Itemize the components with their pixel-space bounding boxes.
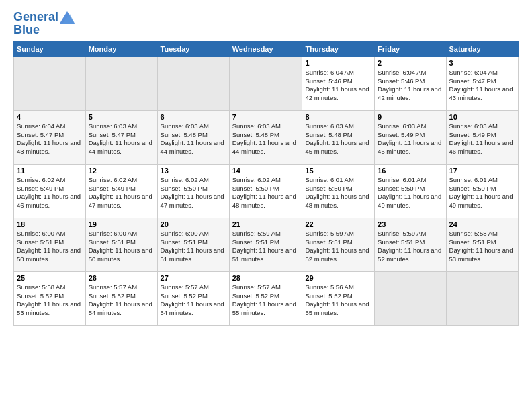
day-of-week-header: Sunday: [14, 41, 86, 56]
day-number: 20: [161, 220, 226, 228]
calendar-cell: [229, 56, 302, 110]
calendar-cell: 7Sunrise: 6:03 AM Sunset: 5:48 PM Daylig…: [229, 110, 302, 164]
calendar-cell: [14, 56, 86, 110]
calendar-week-row: 4Sunrise: 6:04 AM Sunset: 5:47 PM Daylig…: [14, 110, 519, 164]
day-number: 8: [305, 113, 371, 121]
calendar-cell: 1Sunrise: 6:04 AM Sunset: 5:46 PM Daylig…: [302, 56, 375, 110]
day-info: Sunrise: 5:56 AM Sunset: 5:52 PM Dayligh…: [305, 283, 371, 318]
calendar-cell: 3Sunrise: 6:04 AM Sunset: 5:47 PM Daylig…: [446, 56, 518, 110]
day-info: Sunrise: 5:58 AM Sunset: 5:52 PM Dayligh…: [17, 283, 83, 318]
calendar-cell: 10Sunrise: 6:03 AM Sunset: 5:49 PM Dayli…: [446, 110, 518, 164]
day-number: 6: [161, 113, 226, 121]
day-number: 16: [378, 167, 443, 175]
calendar-week-row: 1Sunrise: 6:04 AM Sunset: 5:46 PM Daylig…: [14, 56, 519, 110]
day-number: 17: [449, 167, 515, 175]
calendar-header-row: SundayMondayTuesdayWednesdayThursdayFrid…: [14, 41, 519, 56]
calendar-cell: [375, 271, 446, 325]
day-info: Sunrise: 6:01 AM Sunset: 5:50 PM Dayligh…: [449, 176, 515, 210]
day-info: Sunrise: 6:03 AM Sunset: 5:48 PM Dayligh…: [161, 122, 226, 156]
calendar-cell: 11Sunrise: 6:02 AM Sunset: 5:49 PM Dayli…: [14, 164, 86, 218]
page: General Blue SundayMondayTuesdayWednesda…: [0, 0, 532, 332]
logo-blue: Blue: [13, 23, 75, 37]
day-info: Sunrise: 6:04 AM Sunset: 5:46 PM Dayligh…: [305, 68, 371, 103]
day-info: Sunrise: 6:02 AM Sunset: 5:50 PM Dayligh…: [232, 176, 300, 210]
day-info: Sunrise: 6:03 AM Sunset: 5:48 PM Dayligh…: [232, 122, 300, 156]
day-number: 7: [232, 113, 300, 121]
day-of-week-header: Friday: [375, 41, 446, 56]
header: General Blue: [13, 11, 519, 37]
day-number: 21: [232, 220, 300, 228]
calendar-cell: 25Sunrise: 5:58 AM Sunset: 5:52 PM Dayli…: [14, 271, 86, 325]
day-number: 10: [449, 113, 515, 121]
day-info: Sunrise: 6:03 AM Sunset: 5:49 PM Dayligh…: [378, 122, 443, 156]
day-of-week-header: Wednesday: [229, 41, 302, 56]
calendar-cell: 20Sunrise: 6:00 AM Sunset: 5:51 PM Dayli…: [157, 218, 229, 271]
calendar-week-row: 11Sunrise: 6:02 AM Sunset: 5:49 PM Dayli…: [14, 164, 519, 218]
day-of-week-header: Tuesday: [157, 41, 229, 56]
day-number: 23: [378, 220, 443, 228]
calendar-cell: 28Sunrise: 5:57 AM Sunset: 5:52 PM Dayli…: [229, 271, 302, 325]
day-of-week-header: Monday: [85, 41, 157, 56]
day-info: Sunrise: 6:03 AM Sunset: 5:48 PM Dayligh…: [305, 122, 371, 156]
calendar-cell: 6Sunrise: 6:03 AM Sunset: 5:48 PM Daylig…: [157, 110, 229, 164]
day-number: 24: [449, 220, 515, 228]
day-number: 4: [17, 113, 83, 121]
day-info: Sunrise: 6:04 AM Sunset: 5:46 PM Dayligh…: [378, 68, 443, 103]
calendar-cell: 22Sunrise: 5:59 AM Sunset: 5:51 PM Dayli…: [302, 218, 375, 271]
calendar-cell: [85, 56, 157, 110]
day-info: Sunrise: 6:04 AM Sunset: 5:47 PM Dayligh…: [449, 68, 515, 103]
day-info: Sunrise: 5:59 AM Sunset: 5:51 PM Dayligh…: [378, 230, 443, 264]
day-of-week-header: Thursday: [302, 41, 375, 56]
day-info: Sunrise: 6:02 AM Sunset: 5:49 PM Dayligh…: [89, 176, 154, 210]
calendar-cell: 12Sunrise: 6:02 AM Sunset: 5:49 PM Dayli…: [85, 164, 157, 218]
day-number: 14: [232, 167, 300, 175]
calendar-cell: 15Sunrise: 6:01 AM Sunset: 5:50 PM Dayli…: [302, 164, 375, 218]
calendar-cell: 4Sunrise: 6:04 AM Sunset: 5:47 PM Daylig…: [14, 110, 86, 164]
day-number: 18: [17, 220, 83, 228]
calendar-cell: 13Sunrise: 6:02 AM Sunset: 5:50 PM Dayli…: [157, 164, 229, 218]
day-info: Sunrise: 6:00 AM Sunset: 5:51 PM Dayligh…: [161, 230, 226, 264]
calendar-cell: 27Sunrise: 5:57 AM Sunset: 5:52 PM Dayli…: [157, 271, 229, 325]
calendar-cell: [157, 56, 229, 110]
calendar-cell: 5Sunrise: 6:03 AM Sunset: 5:47 PM Daylig…: [85, 110, 157, 164]
calendar-cell: [446, 271, 518, 325]
day-number: 2: [378, 59, 443, 67]
day-number: 9: [378, 113, 443, 121]
day-number: 5: [89, 113, 154, 121]
day-number: 27: [161, 274, 226, 282]
calendar-cell: 17Sunrise: 6:01 AM Sunset: 5:50 PM Dayli…: [446, 164, 518, 218]
calendar-week-row: 25Sunrise: 5:58 AM Sunset: 5:52 PM Dayli…: [14, 271, 519, 325]
logo: General Blue: [13, 11, 75, 37]
calendar-cell: 2Sunrise: 6:04 AM Sunset: 5:46 PM Daylig…: [375, 56, 446, 110]
day-number: 26: [89, 274, 154, 282]
logo-icon: [60, 11, 75, 24]
day-info: Sunrise: 5:57 AM Sunset: 5:52 PM Dayligh…: [161, 283, 226, 318]
calendar-cell: 21Sunrise: 5:59 AM Sunset: 5:51 PM Dayli…: [229, 218, 302, 271]
day-of-week-header: Saturday: [446, 41, 518, 56]
day-number: 12: [89, 167, 154, 175]
day-number: 3: [449, 59, 515, 67]
day-info: Sunrise: 6:00 AM Sunset: 5:51 PM Dayligh…: [17, 230, 83, 264]
day-info: Sunrise: 6:04 AM Sunset: 5:47 PM Dayligh…: [17, 122, 83, 156]
day-number: 25: [17, 274, 83, 282]
day-number: 11: [17, 167, 83, 175]
day-info: Sunrise: 6:03 AM Sunset: 5:49 PM Dayligh…: [449, 122, 515, 156]
day-number: 13: [161, 167, 226, 175]
calendar-cell: 23Sunrise: 5:59 AM Sunset: 5:51 PM Dayli…: [375, 218, 446, 271]
calendar-cell: 14Sunrise: 6:02 AM Sunset: 5:50 PM Dayli…: [229, 164, 302, 218]
day-info: Sunrise: 6:00 AM Sunset: 5:51 PM Dayligh…: [89, 230, 154, 264]
day-info: Sunrise: 5:57 AM Sunset: 5:52 PM Dayligh…: [89, 283, 154, 318]
day-info: Sunrise: 5:59 AM Sunset: 5:51 PM Dayligh…: [232, 230, 300, 264]
calendar-cell: 8Sunrise: 6:03 AM Sunset: 5:48 PM Daylig…: [302, 110, 375, 164]
day-number: 19: [89, 220, 154, 228]
calendar-cell: 19Sunrise: 6:00 AM Sunset: 5:51 PM Dayli…: [85, 218, 157, 271]
day-number: 28: [232, 274, 300, 282]
calendar-week-row: 18Sunrise: 6:00 AM Sunset: 5:51 PM Dayli…: [14, 218, 519, 271]
day-number: 1: [305, 59, 371, 67]
calendar-cell: 29Sunrise: 5:56 AM Sunset: 5:52 PM Dayli…: [302, 271, 375, 325]
calendar-cell: 9Sunrise: 6:03 AM Sunset: 5:49 PM Daylig…: [375, 110, 446, 164]
day-info: Sunrise: 6:02 AM Sunset: 5:50 PM Dayligh…: [161, 176, 226, 210]
day-number: 15: [305, 167, 371, 175]
day-number: 22: [305, 220, 371, 228]
day-info: Sunrise: 6:02 AM Sunset: 5:49 PM Dayligh…: [17, 176, 83, 210]
